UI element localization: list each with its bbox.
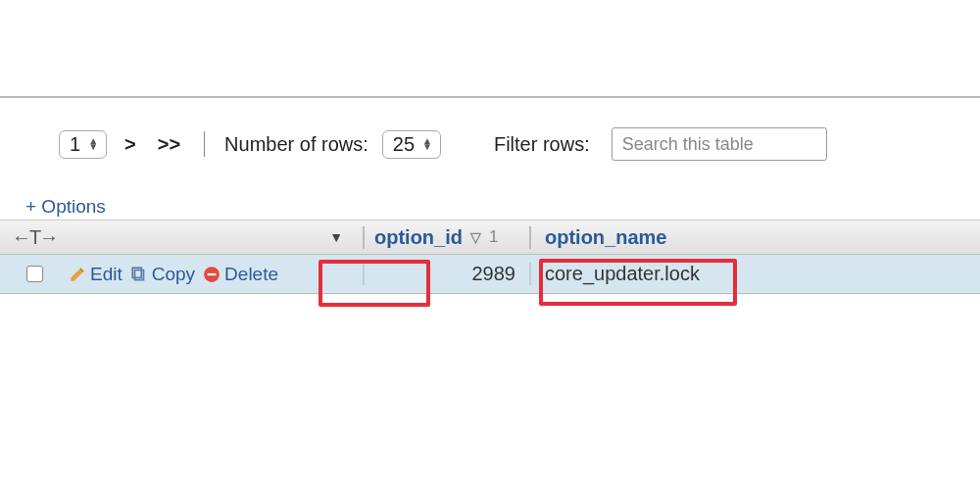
page-select[interactable]: 1 ▲▼: [59, 130, 107, 159]
pagination-toolbar: 1 ▲▼ > >> Number of rows: 25 ▲▼ Filter r…: [0, 98, 980, 161]
actions-column-header[interactable]: ▼: [69, 229, 363, 245]
option-id-column-header[interactable]: option_id ▽ 1: [363, 226, 529, 249]
sort-dropdown-icon: ▼: [329, 229, 343, 245]
filter-rows-input[interactable]: [612, 127, 827, 161]
row-actions-cell: Edit Copy Delete: [69, 264, 363, 285]
options-toggle[interactable]: + Options: [0, 196, 980, 218]
sort-index: 1: [489, 227, 498, 247]
last-page-button[interactable]: >>: [154, 133, 184, 156]
next-page-button[interactable]: >: [121, 133, 140, 156]
delete-label: Delete: [224, 264, 278, 285]
select-arrows-icon: ▲▼: [422, 138, 432, 150]
minus-circle-icon: [203, 266, 220, 283]
table-row: Edit Copy Delete 2989 core_updater.lock: [0, 255, 980, 294]
rows-label: Number of rows:: [224, 133, 368, 156]
toolbar-separator: [204, 131, 205, 157]
sort-desc-icon: ▽: [470, 229, 481, 245]
option-name-column-header[interactable]: option_name: [529, 226, 980, 249]
delete-button[interactable]: Delete: [203, 264, 278, 285]
column-tools-icon[interactable]: ←T→: [0, 226, 69, 249]
option-id-header-label: option_id: [374, 226, 463, 249]
rows-count-value: 25: [393, 133, 415, 156]
edit-label: Edit: [90, 264, 122, 285]
table-header-row: ←T→ ▼ option_id ▽ 1 option_name: [0, 220, 980, 255]
page-select-value: 1: [70, 133, 80, 156]
option-name-cell: core_updater.lock: [529, 263, 980, 285]
svg-rect-3: [208, 272, 217, 274]
copy-button[interactable]: Copy: [130, 264, 195, 285]
row-select-checkbox[interactable]: [26, 266, 43, 282]
select-arrows-icon: ▲▼: [88, 138, 98, 150]
filter-rows-label: Filter rows:: [494, 133, 590, 156]
option-name-value: core_updater.lock: [545, 263, 700, 284]
pencil-icon: [69, 266, 86, 283]
rows-count-select[interactable]: 25 ▲▼: [382, 130, 441, 159]
option-name-header-label: option_name: [545, 226, 666, 249]
copy-label: Copy: [152, 264, 195, 285]
edit-button[interactable]: Edit: [69, 264, 122, 285]
copy-icon: [130, 266, 148, 283]
row-checkbox-cell: [0, 266, 69, 282]
option-id-cell: 2989: [363, 263, 529, 285]
